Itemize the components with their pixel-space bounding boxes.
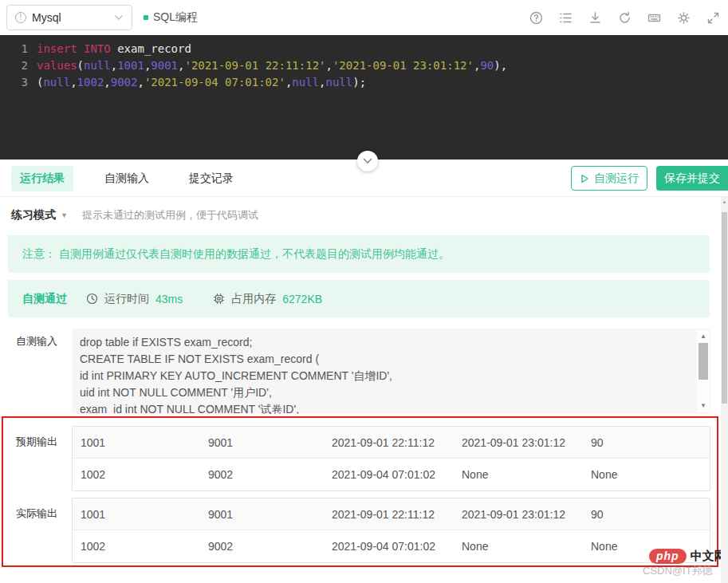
table-cell: None bbox=[591, 468, 710, 481]
self-input-sql: drop table if EXISTS exam_record;CREATE … bbox=[80, 334, 687, 414]
clock-icon bbox=[86, 293, 98, 305]
fullscreen-icon[interactable] bbox=[706, 11, 720, 25]
code-line: 1insert INTO exam_record bbox=[0, 41, 728, 57]
actual-output-label: 实际输出 bbox=[16, 506, 57, 521]
chevron-down-icon bbox=[114, 14, 124, 21]
scroll-up-icon[interactable]: ▲ bbox=[721, 199, 728, 204]
sql-input-line: id int PRIMARY KEY AUTO_INCREMENT COMMEN… bbox=[80, 368, 687, 384]
php-logo: php bbox=[649, 549, 687, 564]
expected-output-table: 100190012021-09-01 22:11:122021-09-01 23… bbox=[72, 426, 710, 491]
run-time-value: 43ms bbox=[155, 293, 183, 305]
run-time-label: 运行时间 bbox=[104, 292, 149, 306]
language-select-value: Mysql bbox=[32, 11, 108, 24]
help-icon[interactable] bbox=[529, 11, 543, 25]
expected-output-label: 预期输出 bbox=[16, 435, 57, 449]
settings-icon[interactable] bbox=[677, 11, 691, 25]
notice-text: 注意： 自测用例通过仅代表自测时使用的数据通过，不代表题目的测试用例均能通过。 bbox=[22, 247, 450, 262]
watermark: php 中文网 bbox=[649, 549, 726, 564]
page-scrollbar-thumb[interactable] bbox=[722, 212, 727, 404]
save-submit-label: 保存并提交 bbox=[664, 171, 720, 186]
play-icon bbox=[580, 174, 589, 183]
keyboard-icon[interactable] bbox=[647, 11, 661, 25]
table-cell: 90 bbox=[591, 436, 710, 449]
self-input-scrollbar[interactable]: ▲ ▼ bbox=[697, 330, 710, 412]
sql-input-line: uid int NOT NULL COMMENT '用户ID', bbox=[80, 384, 687, 401]
topbar: ! Mysql SQL编程 bbox=[0, 0, 728, 35]
practice-mode-hint: 提示未通过的测试用例，便于代码调试 bbox=[82, 208, 258, 223]
table-cell: 2021-09-04 07:01:02 bbox=[332, 468, 462, 481]
table-cell: None bbox=[462, 468, 591, 481]
self-test-result-banner: 自测通过 运行时间 43ms 占用内存 6272KB bbox=[8, 280, 710, 317]
table-cell: 9001 bbox=[208, 436, 332, 449]
table-row: 100290022021-09-04 07:01:02NoneNone bbox=[73, 459, 710, 490]
caret-down-icon[interactable]: ▼ bbox=[61, 211, 68, 219]
table-row: 100290022021-09-04 07:01:02NoneNone bbox=[73, 530, 710, 562]
table-cell: 1001 bbox=[81, 436, 208, 449]
tab-submissions[interactable]: 提交记录 bbox=[180, 166, 242, 191]
tab-run-result[interactable]: 运行结果 bbox=[11, 166, 73, 191]
active-dot-icon bbox=[144, 15, 148, 20]
self-test-run-button[interactable]: 自测运行 bbox=[571, 166, 647, 191]
table-cell: 2021-09-04 07:01:02 bbox=[332, 540, 462, 553]
language-select[interactable]: ! Mysql bbox=[6, 5, 132, 30]
self-input-section-label: 自测输入 bbox=[16, 334, 57, 349]
table-cell: 1002 bbox=[81, 540, 208, 553]
tab-self-input[interactable]: 自测输入 bbox=[96, 166, 158, 191]
table-cell: 2021-09-01 23:01:12 bbox=[462, 436, 591, 449]
language-icon: ! bbox=[15, 12, 26, 23]
self-test-status: 自测通过 bbox=[22, 292, 67, 306]
sql-input-line: drop table if EXISTS exam_record; bbox=[80, 334, 687, 351]
table-cell: 2021-09-01 23:01:12 bbox=[462, 508, 591, 521]
notice-banner: 注意： 自测用例通过仅代表自测时使用的数据通过，不代表题目的测试用例均能通过。 bbox=[8, 235, 710, 273]
scrollbar-thumb[interactable] bbox=[698, 343, 708, 380]
code-line: 3(null,1002,9002,'2021-09-04 07:01:02',n… bbox=[0, 74, 728, 91]
memory-label: 占用内存 bbox=[231, 292, 276, 306]
table-cell: 1002 bbox=[81, 468, 208, 481]
scroll-up-icon[interactable]: ▲ bbox=[697, 333, 710, 341]
save-submit-button[interactable]: 保存并提交 bbox=[656, 166, 728, 191]
sql-input-line: exam_id int NOT NULL COMMENT '试卷ID', bbox=[80, 401, 687, 414]
self-input-content[interactable]: drop table if EXISTS exam_record;CREATE … bbox=[72, 329, 710, 414]
table-cell: 90 bbox=[591, 508, 710, 521]
sql-judge-page: ! Mysql SQL编程 bbox=[0, 0, 728, 583]
practice-mode-row: 练习模式 ▼ 提示未通过的测试用例，便于代码调试 bbox=[11, 208, 258, 223]
table-cell: 9001 bbox=[208, 508, 332, 521]
actual-output-table: 100190012021-09-01 22:11:122021-09-01 23… bbox=[72, 498, 710, 563]
scroll-down-icon[interactable]: ▼ bbox=[697, 402, 710, 410]
page-scrollbar[interactable]: ▲ bbox=[721, 197, 728, 583]
refresh-icon[interactable] bbox=[618, 11, 632, 25]
list-icon[interactable] bbox=[559, 11, 573, 25]
memory-chip-icon bbox=[213, 293, 225, 305]
result-tabs: 运行结果 自测输入 提交记录 bbox=[11, 160, 242, 197]
download-icon[interactable] bbox=[588, 11, 602, 25]
table-cell: 2021-09-01 22:11:12 bbox=[332, 508, 462, 521]
table-cell: 1001 bbox=[81, 508, 208, 521]
self-test-run-label: 自测运行 bbox=[594, 171, 639, 186]
code-editor[interactable]: 1insert INTO exam_record2values(null,100… bbox=[0, 35, 728, 160]
table-cell: 2021-09-01 22:11:12 bbox=[332, 436, 462, 449]
table-row: 100190012021-09-01 22:11:122021-09-01 23… bbox=[73, 427, 710, 459]
editor-code-lines: 1insert INTO exam_record2values(null,100… bbox=[0, 41, 728, 91]
practice-mode-select[interactable]: 练习模式 bbox=[11, 208, 56, 223]
chevron-down-icon bbox=[363, 158, 372, 164]
table-cell: 9002 bbox=[208, 468, 332, 481]
watermark-credit: CSDN@IT邦德 bbox=[643, 564, 713, 578]
collapse-editor-button[interactable] bbox=[357, 151, 378, 171]
module-tab-label: SQL编程 bbox=[153, 10, 198, 25]
memory-value: 6272KB bbox=[282, 293, 322, 305]
table-cell: 9002 bbox=[208, 540, 332, 553]
topbar-icons bbox=[529, 0, 720, 35]
table-row: 100190012021-09-01 22:11:122021-09-01 23… bbox=[73, 498, 710, 530]
module-tab-sql[interactable]: SQL编程 bbox=[144, 0, 198, 35]
table-cell: None bbox=[462, 540, 591, 553]
code-line: 2values(null,1001,9001,'2021-09-01 22:11… bbox=[0, 57, 728, 74]
sql-input-line: CREATE TABLE IF NOT EXISTS exam_record ( bbox=[80, 351, 687, 368]
